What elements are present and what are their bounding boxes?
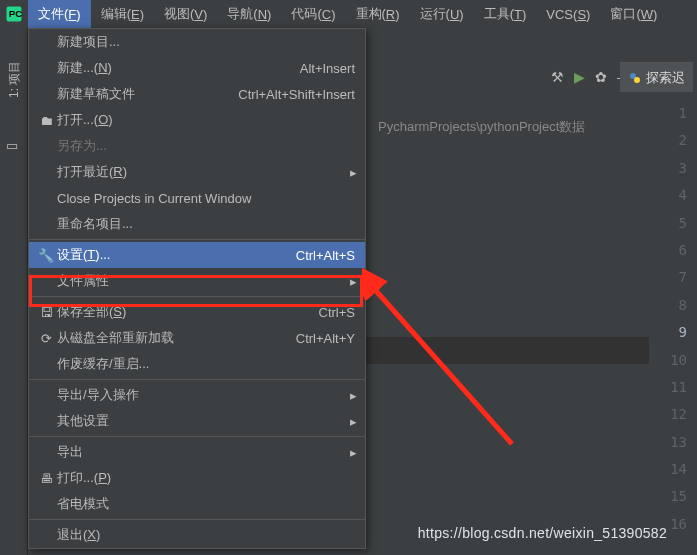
menu-item-导出[interactable]: 导出▸ [29,439,365,465]
menu-separator [29,239,365,240]
menu-item-设置[interactable]: 🔧设置(T)...Ctrl+Alt+S [29,242,365,268]
menu-item-label: 另存为... [57,137,359,155]
menu-item-label: 设置(T)... [57,246,296,264]
build-icon[interactable]: ⚒ [551,69,564,85]
menu-工具[interactable]: 工具(T) [474,0,537,28]
line-number: 9 [649,319,693,346]
line-number: 6 [649,237,693,264]
menu-item-shortcut: Alt+Insert [300,61,359,76]
menu-编辑[interactable]: 编辑(E) [91,0,154,28]
menu-item-label: 新建草稿文件 [57,85,238,103]
menu-separator [29,296,365,297]
menu-item-label: Close Projects in Current Window [57,191,359,206]
menu-item-Close Projects in Current Window[interactable]: Close Projects in Current Window [29,185,365,211]
menu-item-shortcut: Ctrl+Alt+S [296,248,359,263]
menu-item-重命名项目...[interactable]: 重命名项目... [29,211,365,237]
menu-运行[interactable]: 运行(U) [410,0,474,28]
menu-separator [29,519,365,520]
menu-导航[interactable]: 导航(N) [217,0,281,28]
menu-item-label: 保存全部(S) [57,303,319,321]
menu-item-label: 退出(X) [57,526,359,544]
menu-item-新建草稿文件[interactable]: 新建草稿文件Ctrl+Alt+Shift+Insert [29,81,365,107]
menu-item-label: 新建...(N) [57,59,300,77]
project-tool-label[interactable]: 1: 项目 [6,61,23,98]
menu-视图[interactable]: 视图(V) [154,0,217,28]
menu-bar: PC 文件(F)编辑(E)视图(V)导航(N)代码(C)重构(R)运行(U)工具… [0,0,697,28]
editor-toolbar: ⚒ ▶ ✿ — [380,62,637,92]
line-number: 3 [649,155,693,182]
menu-item-新建...[interactable]: 新建...(N)Alt+Insert [29,55,365,81]
reload-icon: ⟳ [35,331,57,346]
menu-item-退出[interactable]: 退出(X) [29,522,365,548]
menu-item-另存为...: 另存为... [29,133,365,159]
file-tab-label: 探索迟 [646,69,685,87]
menu-VCS[interactable]: VCS(S) [536,0,600,28]
menu-item-label: 导出/导入操作 [57,386,359,404]
menu-item-其他设置[interactable]: 其他设置▸ [29,408,365,434]
menu-item-label: 其他设置 [57,412,359,430]
save-icon: 🖫 [35,305,57,320]
menu-item-文件属性[interactable]: 文件属性▸ [29,268,365,294]
line-number: 4 [649,182,693,209]
menu-item-作废缓存/重启...[interactable]: 作废缓存/重启... [29,351,365,377]
menu-item-导出/导入操作[interactable]: 导出/导入操作▸ [29,382,365,408]
line-number: 10 [649,347,693,374]
menu-item-shortcut: Ctrl+Alt+Y [296,331,359,346]
file-path-fragment: PycharmProjects\pythonProject数据 [378,118,585,136]
left-tool-strip: 1: 项目 ▭ [0,28,28,555]
editor-gutter: 12345678910111213141516 [649,100,693,538]
menu-item-从磁盘全部重新加载[interactable]: ⟳从磁盘全部重新加载Ctrl+Alt+Y [29,325,365,351]
menu-item-label: 作废缓存/重启... [57,355,359,373]
menu-item-label: 打印...(P) [57,469,359,487]
run-icon[interactable]: ▶ [574,69,585,85]
menu-item-label: 新建项目... [57,33,359,51]
menu-item-省电模式[interactable]: 省电模式 [29,491,365,517]
line-number: 13 [649,429,693,456]
line-number: 1 [649,100,693,127]
submenu-arrow-icon: ▸ [350,165,357,180]
svg-line-2 [370,284,512,444]
python-icon [628,71,642,85]
submenu-arrow-icon: ▸ [350,274,357,289]
structure-icon[interactable]: ▭ [6,138,18,153]
app-icon: PC [0,5,28,23]
menu-item-label: 打开最近(R) [57,163,359,181]
svg-text:PC: PC [9,8,23,19]
line-number: 15 [649,483,693,510]
menu-item-shortcut: Ctrl+Alt+Shift+Insert [238,87,359,102]
menu-重构[interactable]: 重构(R) [346,0,410,28]
editor-file-tab[interactable]: 探索迟 [620,62,693,92]
menu-item-打印...[interactable]: 🖶打印...(P) [29,465,365,491]
menu-separator [29,436,365,437]
menu-item-label: 重命名项目... [57,215,359,233]
menu-item-label: 从磁盘全部重新加载 [57,329,296,347]
menu: 文件(F)编辑(E)视图(V)导航(N)代码(C)重构(R)运行(U)工具(T)… [28,0,667,28]
line-number: 11 [649,374,693,401]
print-icon: 🖶 [35,471,57,486]
menu-item-打开...[interactable]: 🖿打开...(O) [29,107,365,133]
menu-文件[interactable]: 文件(F) [28,0,91,28]
file-menu-dropdown: 新建项目...新建...(N)Alt+Insert新建草稿文件Ctrl+Alt+… [28,28,366,549]
annotation-arrow [362,264,552,484]
menu-item-新建项目...[interactable]: 新建项目... [29,29,365,55]
watermark-text: https://blog.csdn.net/weixin_51390582 [418,525,667,541]
submenu-arrow-icon: ▸ [350,445,357,460]
menu-item-label: 省电模式 [57,495,359,513]
line-number: 14 [649,456,693,483]
menu-item-label: 打开...(O) [57,111,359,129]
menu-item-打开最近[interactable]: 打开最近(R)▸ [29,159,365,185]
folder-icon: 🖿 [35,113,57,128]
wrench-icon: 🔧 [35,248,57,263]
line-number: 8 [649,292,693,319]
submenu-arrow-icon: ▸ [350,414,357,429]
menu-窗口[interactable]: 窗口(W) [600,0,667,28]
menu-separator [29,379,365,380]
menu-item-保存全部[interactable]: 🖫保存全部(S)Ctrl+S [29,299,365,325]
menu-item-label: 文件属性 [57,272,359,290]
menu-代码[interactable]: 代码(C) [281,0,345,28]
submenu-arrow-icon: ▸ [350,388,357,403]
gear-icon[interactable]: ✿ [595,69,607,85]
menu-item-label: 导出 [57,443,359,461]
svg-point-4 [634,77,640,83]
line-number: 2 [649,127,693,154]
